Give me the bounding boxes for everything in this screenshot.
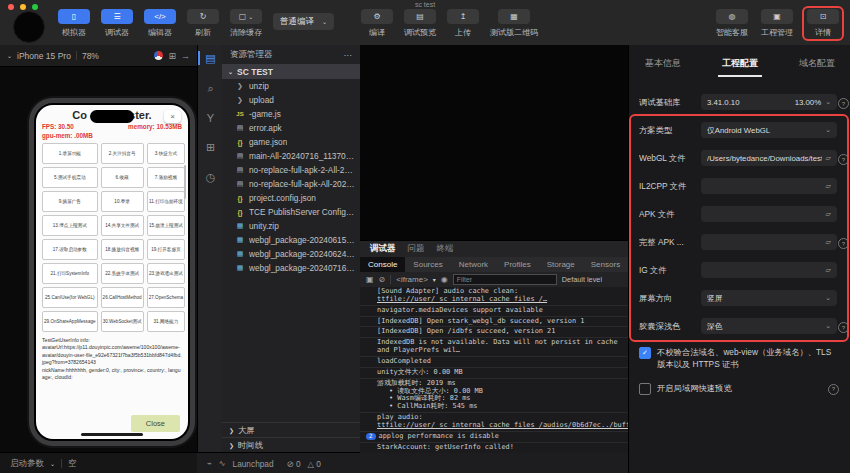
help-icon[interactable]: ? — [838, 154, 849, 165]
debugger-tab[interactable]: 终端 — [437, 243, 454, 255]
file-item[interactable]: {} game.json — [222, 135, 360, 149]
field-control[interactable]: 竖屏 ⌄ ▱ — [701, 290, 837, 306]
test-grid-button[interactable]: 15.崩溃上报测试 — [147, 215, 185, 236]
debugger-tab[interactable]: 调试器 — [370, 243, 396, 255]
devtools-tab[interactable]: Sensors — [583, 257, 628, 272]
test-grid-button[interactable]: 9.插屏广告 — [42, 191, 98, 212]
settings-tab[interactable]: 工程配置 — [722, 57, 758, 77]
test-grid-button[interactable]: 11.打印当前环境 — [147, 191, 185, 212]
test-grid-button[interactable]: 6.收藏 — [101, 167, 144, 188]
checkbox[interactable] — [639, 383, 651, 395]
console-log[interactable]: [Sound Adapter] audio cache clean: ttfil… — [360, 287, 628, 453]
debugger-tab[interactable]: 问题 — [408, 243, 425, 255]
folder-open-icon[interactable]: ▱ — [826, 154, 831, 162]
file-item[interactable]: ▦ webgl_package-20240615_123123.zip — [222, 233, 360, 247]
log-level-select[interactable]: Default level — [562, 275, 602, 284]
checkbox-row[interactable]: 不校验合法域名、web-view（业务域名）、TLS 版本以及 HTTPS 证书… — [629, 346, 850, 371]
forward-icon[interactable]: → — [181, 51, 190, 61]
chevron-down-icon[interactable]: ⌄ — [50, 460, 55, 467]
settings-tab[interactable]: 基本信息 — [645, 57, 681, 77]
context-select[interactable]: <iframe> — [396, 275, 428, 284]
avatar[interactable] — [13, 11, 45, 43]
field-control[interactable]: ⌄ ▱ — [701, 206, 837, 222]
toolbar-button[interactable]: ▢ ⌄ 清除缓存 — [230, 9, 262, 38]
zoom-level[interactable]: 78% — [82, 51, 99, 61]
help-icon[interactable]: ? — [838, 98, 849, 109]
file-item[interactable]: ▦ unity.zip — [222, 219, 360, 233]
folder-open-icon[interactable]: ▱ — [826, 238, 831, 246]
file-item[interactable]: ▦ webgl_package-20240624_201033... — [222, 247, 360, 261]
test-grid-button[interactable]: 21.打印SystemInfo — [42, 263, 98, 284]
help-icon[interactable]: ? — [838, 322, 849, 333]
file-item[interactable]: ❯ upload — [222, 93, 360, 107]
devtools-tab[interactable]: Storage — [539, 257, 583, 272]
test-grid-button[interactable]: 19.打开客服页 — [147, 239, 185, 260]
file-item[interactable]: ▤ no-replace-full-apk-All-20240624_2... — [222, 177, 360, 191]
test-grid-button[interactable]: 5.测试手机震动 — [42, 167, 98, 188]
more-actions-icon[interactable]: ··· — [344, 50, 353, 60]
console-link[interactable]: ttfile://user/_sc_internal_cache_files_/… — [377, 421, 628, 429]
console-link[interactable]: ttfile://user/_sc_internal_cache_files_/… — [377, 295, 547, 303]
close-button[interactable]: Close — [131, 415, 180, 432]
test-grid-button[interactable]: 25.CanIUse(for WebGL) — [42, 287, 98, 308]
test-grid-button[interactable]: 7.激励视频 — [147, 167, 185, 188]
minimize-window-icon[interactable] — [20, 4, 26, 10]
test-grid-button[interactable]: 14.共享文件测试 — [101, 215, 144, 236]
test-grid-button[interactable]: 1.录屏功能 — [42, 143, 98, 164]
toolbar-button[interactable]: ⊡ 详情 — [802, 6, 844, 41]
test-grid-button[interactable]: 30.WebSocket测试 — [101, 311, 144, 332]
activity-icon[interactable]: ⌕ — [198, 82, 223, 95]
field-control[interactable]: /Users/bytedance/Downloads/testapp ⌄ ▱ — [701, 150, 837, 166]
toolbar-button[interactable]: ▯ ⌄ 模拟器 — [58, 9, 90, 38]
errors-count[interactable]: ⊘ 0 — [287, 459, 301, 469]
devtools-tab[interactable]: Profiles — [496, 257, 539, 272]
grid-icon[interactable]: ⊞ — [168, 51, 176, 61]
file-item[interactable]: {} TCE PublishServer Config.json — [222, 205, 360, 219]
launch-params-label[interactable]: 启动参数 — [10, 458, 44, 470]
toolbar-button[interactable]: ▣ 工程管理 — [761, 9, 793, 41]
test-grid-button[interactable]: 10.登录 — [101, 191, 144, 212]
field-control[interactable]: ⌄ ▱ — [701, 262, 837, 278]
test-grid-button[interactable]: 13.埋点上报测试 — [42, 215, 98, 236]
test-grid-button[interactable]: 27.OpenSchema — [147, 287, 185, 308]
file-item[interactable]: ▦ webgl_package-20240716_115553.zip — [222, 261, 360, 275]
settings-tab[interactable]: 域名配置 — [799, 57, 835, 77]
file-item[interactable]: ❯ unzip — [222, 79, 360, 93]
test-grid-button[interactable]: 26.CallHostMethod — [101, 287, 144, 308]
toolbar-button[interactable]: </> ⌄ 编辑器 — [144, 9, 176, 38]
file-item[interactable]: JS -game.js — [222, 107, 360, 121]
test-grid-button[interactable]: 31.网络能力 — [147, 311, 185, 332]
field-control[interactable]: 3.41.0.10 13.00% ⌄ ▱ — [701, 94, 837, 110]
section-item[interactable]: ❯ 时间线 — [222, 437, 360, 452]
test-grid-button[interactable]: 22.系统字体测试 — [101, 263, 144, 284]
device-select[interactable]: iPhone 15 Pro — [17, 51, 71, 61]
activity-icon[interactable]: ▤ — [198, 52, 223, 65]
file-item[interactable]: {} project.config.json — [222, 191, 360, 205]
file-item[interactable]: ▤ no-replace-full-apk-2-All-20240624... — [222, 163, 360, 177]
chevron-down-icon[interactable]: ⌄ — [7, 52, 12, 59]
toolbar-button[interactable]: ⚙ 编译 — [361, 9, 393, 38]
maximize-window-icon[interactable] — [32, 4, 38, 10]
checkbox-row[interactable]: 开启局域网快速预览 ? — [629, 382, 850, 395]
toolbar-button[interactable]: ▤ 调试预览 — [404, 9, 436, 38]
section-item[interactable]: ❯ 大屏 — [222, 422, 360, 437]
toolbar-button[interactable]: ↥ 上传 — [447, 9, 479, 38]
plug-icon[interactable]: ⌁ — [207, 459, 212, 468]
capture-icon[interactable] — [154, 51, 163, 60]
close-miniapp-button[interactable]: × — [164, 110, 181, 123]
folder-open-icon[interactable]: ▱ — [826, 210, 831, 218]
file-item[interactable]: ▤ main-All-20240716_113704.apk — [222, 149, 360, 163]
field-control[interactable]: ⌄ ▱ — [701, 234, 837, 250]
help-icon[interactable]: ? — [838, 238, 849, 249]
folder-open-icon[interactable]: ▱ — [826, 266, 831, 274]
toolbar-button[interactable]: ↻ ⌄ 刷新 — [187, 9, 219, 38]
activity-icon[interactable]: ◷ — [198, 171, 223, 184]
dock-icon[interactable]: ▣ — [366, 275, 374, 284]
test-grid-button[interactable]: 2.关注抖音号 — [101, 143, 144, 164]
field-control[interactable]: ⌄ ▱ — [701, 178, 837, 194]
devtools-tab[interactable]: Network — [451, 257, 496, 272]
test-grid-button[interactable]: 17.读取启动参数 — [42, 239, 98, 260]
launchpad-label[interactable]: Launchpad — [233, 459, 274, 469]
test-grid-button[interactable]: 18.播放抖音视频 — [101, 239, 144, 260]
devtools-tab[interactable]: Sources — [405, 257, 450, 272]
